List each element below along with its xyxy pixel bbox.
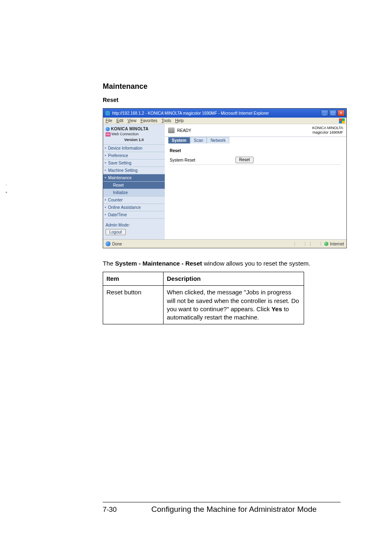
version-label: Version 1.0: [106, 136, 162, 143]
sidebar-item-counter[interactable]: Counter: [103, 196, 165, 204]
device-model: magicolor 1690MF: [312, 130, 343, 135]
sidebar-item-machine-setting[interactable]: Machine Setting: [103, 166, 165, 174]
menu-favorites[interactable]: Favorites: [141, 118, 157, 123]
row-label-system-reset: System Reset: [170, 158, 235, 162]
menu-view[interactable]: View: [127, 118, 136, 123]
sidebar: KONICA MINOLTA PSWeb Connection Version …: [103, 124, 165, 239]
menubar: File Edit View Favorites Tools Help: [103, 118, 346, 124]
window-titlebar: http://192.168.1.2 - KONICA MINOLTA magi…: [103, 109, 346, 118]
tab-scan[interactable]: Scan: [190, 137, 207, 143]
reset-heading: Reset: [103, 97, 341, 103]
window-title: http://192.168.1.2 - KONICA MINOLTA magi…: [112, 111, 321, 116]
table-header-item: Item: [103, 272, 164, 286]
caption: The System - Maintenance - Reset window …: [103, 260, 341, 267]
pagescope-icon: PS: [106, 132, 111, 136]
embedded-screenshot: http://192.168.1.2 - KONICA MINOLTA magi…: [103, 108, 347, 248]
pane-section-title: Reset: [170, 148, 341, 153]
printer-icon: [168, 127, 175, 133]
description-table: Item Description Reset button When click…: [103, 272, 304, 324]
sidebar-item-device-information[interactable]: Device Information: [103, 144, 165, 152]
close-button[interactable]: ✕: [337, 110, 345, 116]
table-row: Reset button When clicked, the message "…: [103, 286, 304, 324]
cell-description: When clicked, the message "Jobs in progr…: [164, 286, 304, 324]
page-number: 7-30: [103, 506, 127, 514]
internet-icon: [324, 242, 328, 246]
maximize-button[interactable]: ▢: [329, 110, 337, 116]
reset-button[interactable]: Reset: [235, 157, 254, 163]
menu-edit[interactable]: Edit: [116, 118, 123, 123]
brand-logo: KONICA MINOLTA: [106, 127, 162, 131]
sidebar-item-reset[interactable]: Reset: [103, 181, 165, 189]
sidebar-item-preference[interactable]: Preference: [103, 152, 165, 159]
windows-flag-icon: [339, 118, 345, 123]
footer-title: Configuring the Machine for Administrato…: [127, 505, 341, 514]
sidebar-item-online-assistance[interactable]: Online Assistance: [103, 204, 165, 211]
minimize-button[interactable]: _: [321, 110, 328, 116]
table-header-description: Description: [164, 272, 304, 286]
browser-statusbar: Done Internet: [103, 239, 346, 248]
statusbar-done: Done: [112, 242, 122, 246]
logout-button[interactable]: Logout: [106, 229, 126, 235]
done-icon: [106, 241, 111, 246]
sidebar-item-initialize[interactable]: Initialize: [103, 189, 165, 196]
sidebar-item-save-setting[interactable]: Save Setting: [103, 159, 165, 166]
tab-system[interactable]: System: [168, 137, 190, 143]
menu-tools[interactable]: Tools: [161, 118, 171, 123]
status-ready: READY: [177, 128, 191, 133]
statusbar-internet: Internet: [330, 242, 344, 246]
maintenance-heading: Maintenance: [103, 82, 341, 91]
admin-mode-label: Admin Mode:: [106, 223, 162, 227]
tab-network[interactable]: Network: [207, 137, 229, 143]
device-brand: KONICA MINOLTA: [312, 126, 343, 130]
brand-sub: PSWeb Connection: [106, 132, 162, 136]
menu-help[interactable]: Help: [175, 118, 184, 123]
cell-item: Reset button: [103, 286, 164, 324]
sidebar-item-date-time[interactable]: Date/Time: [103, 211, 165, 218]
globe-icon: [106, 127, 110, 131]
menu-file[interactable]: File: [106, 118, 112, 123]
sidebar-item-maintenance[interactable]: Maintenance: [103, 174, 165, 181]
ie-icon: [105, 110, 111, 116]
page-footer: 7-30 Configuring the Machine for Adminis…: [103, 502, 341, 514]
